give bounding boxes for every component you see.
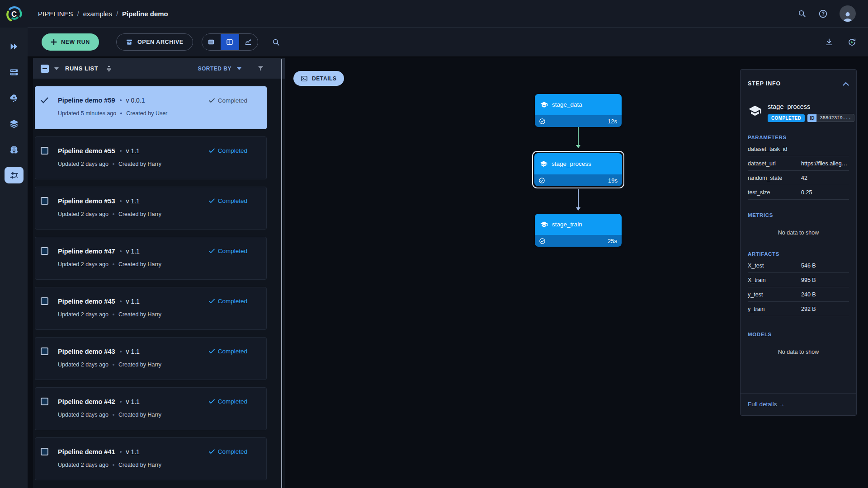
dot-separator <box>120 150 122 152</box>
table-view-toggle[interactable] <box>202 34 221 50</box>
run-title: Pipeline demo #53 <box>58 197 115 205</box>
projects-icon <box>9 42 19 52</box>
clearml-logo-icon: C <box>5 5 24 23</box>
run-card[interactable]: Pipeline demo #43 v 1.1 Completed Update… <box>35 337 267 380</box>
run-checkbox[interactable] <box>41 398 48 405</box>
user-avatar[interactable] <box>840 5 856 22</box>
main-column: PIPELINES / examples / Pipeline demo <box>28 0 868 488</box>
sidebar-item-models[interactable] <box>9 144 19 155</box>
search-icon <box>272 38 280 47</box>
step-info-panel: STEP INFO stage_process COMPLETED <box>740 69 857 416</box>
split-view-toggle-active[interactable] <box>221 34 239 50</box>
caret-down-icon <box>54 67 59 70</box>
dot-separator <box>113 263 114 265</box>
run-checkbox[interactable] <box>41 247 48 255</box>
split-view-icon <box>226 38 234 46</box>
sidebar-item-datasets[interactable] <box>9 118 19 129</box>
row-value: 42 <box>801 175 849 181</box>
run-meta: Updated 2 days ago Created by Harry <box>58 412 247 418</box>
breadcrumb-pipelines[interactable]: PIPELINES <box>38 10 73 18</box>
select-menu-caret[interactable] <box>54 67 59 70</box>
run-version: v 1.1 <box>126 298 140 305</box>
run-title: Pipeline demo #59 <box>58 97 115 104</box>
node-duration: 12s <box>608 118 617 125</box>
sidebar-item-projects[interactable] <box>9 41 19 52</box>
row-value: 292 B <box>801 306 849 312</box>
dag-node-stage-train[interactable]: stage_train 25s <box>535 214 622 247</box>
run-card[interactable]: Pipeline demo #42 v 1.1 Completed Update… <box>35 387 267 430</box>
run-checkbox[interactable] <box>41 347 48 355</box>
details-button[interactable]: DETAILS <box>293 71 344 86</box>
row-label: y_train <box>748 306 801 312</box>
sidebar-item-workers[interactable] <box>9 67 19 78</box>
sidebar-item-pipelines-active[interactable] <box>5 167 24 183</box>
help-button[interactable] <box>818 9 828 19</box>
archive-icon <box>126 38 133 46</box>
task-cap-icon <box>540 101 548 108</box>
node-name: stage_train <box>552 221 582 228</box>
run-card[interactable]: Pipeline demo #47 v 1.1 Completed Update… <box>35 237 267 280</box>
cloud-gear-icon <box>9 93 19 103</box>
run-status: Completed <box>209 97 247 104</box>
metrics-view-toggle[interactable] <box>239 34 258 50</box>
task-id-value[interactable]: 358d23f9... <box>816 114 854 122</box>
node-duration: 25s <box>608 238 617 244</box>
open-archive-button[interactable]: OPEN ARCHIVE <box>116 33 193 51</box>
full-details-link[interactable]: Full details → <box>748 401 785 408</box>
breadcrumb-examples[interactable]: examples <box>83 10 112 18</box>
header-search-button[interactable] <box>797 9 807 18</box>
check-icon <box>209 249 215 253</box>
run-card[interactable]: Pipeline demo #41 v 1.1 Completed Update… <box>35 437 267 480</box>
run-card[interactable]: Pipeline demo #59 v 0.0.1 Completed Upda… <box>35 86 267 129</box>
row-label: X_test <box>748 263 801 269</box>
runs-list-scrollbar[interactable] <box>281 59 282 488</box>
clearml-logo[interactable]: C <box>0 0 28 28</box>
run-version: v 1.1 <box>126 398 140 405</box>
step-name: stage_process <box>768 103 854 110</box>
row-value: https://files.alleg… <box>801 160 849 167</box>
dot-separator <box>113 213 114 215</box>
filter-button[interactable] <box>257 65 264 72</box>
run-checkbox[interactable] <box>41 448 48 455</box>
row-label: y_test <box>748 291 801 298</box>
run-card[interactable]: Pipeline demo #45 v 1.1 Completed Update… <box>35 287 267 330</box>
collapse-panel-button[interactable] <box>843 82 849 86</box>
run-card[interactable]: Pipeline demo #55 v 1.1 Completed Update… <box>35 136 267 179</box>
dot-separator <box>120 113 122 114</box>
task-cap-icon <box>540 221 548 228</box>
key-value-row: random_state 42 <box>748 171 849 185</box>
download-button[interactable] <box>825 38 834 47</box>
check-icon <box>209 299 215 304</box>
run-status: Completed <box>209 197 247 204</box>
sidebar-item-autoscalers[interactable] <box>9 93 19 103</box>
metrics-section-title: METRICS <box>748 212 849 218</box>
metrics-empty-text: No data to show <box>748 230 849 236</box>
auto-refresh-button[interactable] <box>847 38 857 47</box>
select-all-checkbox[interactable] <box>41 65 49 73</box>
run-version: v 1.1 <box>126 197 140 205</box>
run-status: Completed <box>209 147 247 154</box>
task-cap-icon <box>540 160 547 168</box>
run-title: Pipeline demo #45 <box>58 298 115 305</box>
run-version: v 1.1 <box>126 248 140 255</box>
dag-node-stage-process-selected[interactable]: stage_process 19s <box>532 151 624 188</box>
layers-icon <box>9 119 19 129</box>
step-info-title: STEP INFO <box>748 80 781 87</box>
breadcrumb-separator: / <box>77 10 79 18</box>
run-status: Completed <box>209 248 247 254</box>
dot-separator <box>120 300 122 302</box>
column-sort-button[interactable] <box>105 65 113 72</box>
dot-separator <box>120 99 122 101</box>
run-checkbox[interactable] <box>41 147 48 155</box>
run-checkbox[interactable] <box>41 297 48 305</box>
key-value-row: dataset_task_id <box>748 142 849 156</box>
sorted-by-dropdown[interactable]: SORTED BY <box>198 66 241 72</box>
run-checkbox[interactable] <box>41 197 48 205</box>
runs-search-button[interactable] <box>272 38 280 47</box>
dag-node-stage-data[interactable]: stage_data 12s <box>535 94 622 127</box>
new-run-button[interactable]: NEW RUN <box>42 33 99 51</box>
run-title: Pipeline demo #42 <box>58 398 115 405</box>
workers-icon <box>9 67 19 77</box>
run-card[interactable]: Pipeline demo #53 v 1.1 Completed Update… <box>35 187 267 230</box>
dot-separator <box>120 200 122 202</box>
